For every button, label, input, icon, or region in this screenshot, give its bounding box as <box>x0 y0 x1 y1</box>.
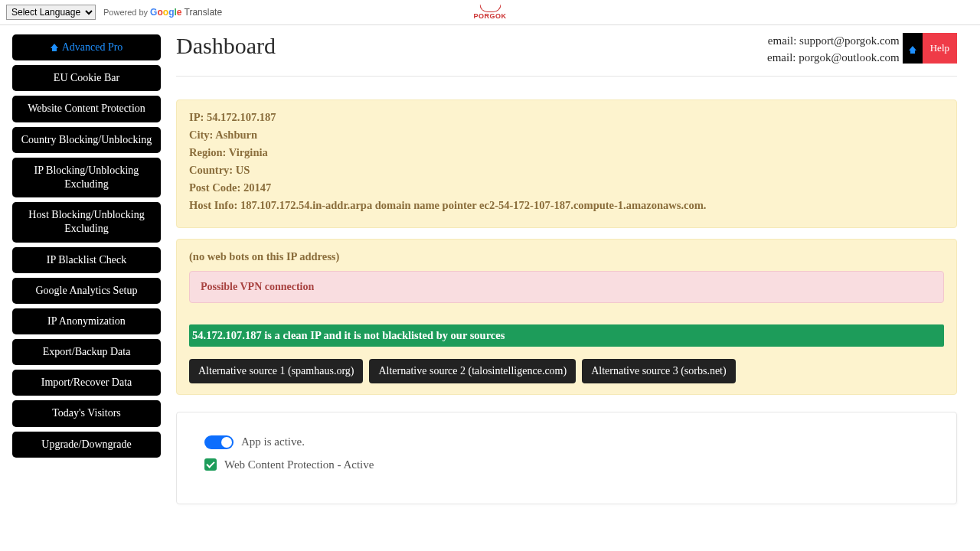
sidebar-item-visitors[interactable]: Today's Visitors <box>12 400 161 426</box>
topbar: Select Language Powered by Google Transl… <box>0 0 980 25</box>
sidebar-item-ip-blacklist[interactable]: IP Blacklist Check <box>12 247 161 273</box>
sidebar-item-advanced-pro[interactable]: Advanced Pro <box>12 34 161 60</box>
app-active-toggle[interactable] <box>204 435 234 449</box>
no-bots-label: (no web bots on this IP address) <box>189 250 944 263</box>
powered-by-label: Powered by Google Translate <box>103 7 222 18</box>
city-value: Ashburn <box>215 129 257 141</box>
home-icon <box>909 46 916 51</box>
app-active-label: App is active. <box>241 435 305 448</box>
region-label: Region: <box>189 146 229 158</box>
sidebar-item-export[interactable]: Export/Backup Data <box>12 339 161 365</box>
ip-info-card: IP: 54.172.107.187 City: Ashburn Region:… <box>176 99 957 228</box>
country-value: US <box>236 164 250 176</box>
brand-logo: PORGOK <box>473 5 506 20</box>
status-card: App is active. Web Content Protection - … <box>176 412 957 504</box>
email-outlook: email: porgok@outlook.com <box>767 50 900 67</box>
alt-source-2-button[interactable]: Alternative source 2 (talosintelligence.… <box>369 359 576 383</box>
hostinfo-label: Host Info: <box>189 199 240 211</box>
sidebar: Advanced Pro EU Cookie Bar Website Conte… <box>0 25 162 527</box>
wcp-checkbox[interactable] <box>204 458 217 471</box>
sidebar-item-content-protection[interactable]: Website Content Protection <box>12 96 161 122</box>
alt-source-1-button[interactable]: Alternative source 1 (spamhaus.org) <box>189 359 363 383</box>
sidebar-item-import[interactable]: Import/Recover Data <box>12 370 161 396</box>
city-label: City: <box>189 129 215 141</box>
ip-value: 54.172.107.187 <box>207 111 276 123</box>
ip-label: IP: <box>189 111 207 123</box>
sidebar-item-ga-setup[interactable]: Google Analytics Setup <box>12 278 161 304</box>
sidebar-item-ip-anon[interactable]: IP Anonymization <box>12 308 161 334</box>
bots-card: (no web bots on this IP address) Possibl… <box>176 239 957 395</box>
page-title: Dashboard <box>176 33 276 59</box>
language-select[interactable]: Select Language <box>6 5 96 20</box>
region-value: Virginia <box>229 146 268 158</box>
sidebar-item-eu-cookie[interactable]: EU Cookie Bar <box>12 65 161 91</box>
clean-ip-banner: 54.172.107.187 is a clean IP and it is n… <box>189 324 944 347</box>
sidebar-item-host-block[interactable]: Host Blocking/Unblocking Excluding <box>12 202 161 242</box>
google-logo: Google <box>150 7 181 18</box>
postcode-value: 20147 <box>243 181 271 194</box>
sidebar-item-upgrade[interactable]: Upgrade/Downgrade <box>12 432 161 458</box>
hostinfo-value: 187.107.172.54.in-addr.arpa domain name … <box>240 199 707 211</box>
contact-emails: email: support@porgok.com email: porgok@… <box>767 33 900 67</box>
email-support: email: support@porgok.com <box>767 33 900 50</box>
vpn-alert: Possible VPN connection <box>189 271 944 303</box>
country-label: Country: <box>189 164 236 176</box>
sidebar-item-country-block[interactable]: Country Blocking/Unblocking <box>12 127 161 153</box>
home-icon <box>51 44 58 48</box>
wcp-label: Web Content Protection - Active <box>224 458 374 471</box>
main-content: Dashboard email: support@porgok.com emai… <box>162 25 980 527</box>
sidebar-item-ip-block[interactable]: IP Blocking/Unblocking Excluding <box>12 158 161 197</box>
postcode-label: Post Code: <box>189 181 243 194</box>
alt-source-3-button[interactable]: Alternative source 3 (sorbs.net) <box>582 359 736 383</box>
help-button[interactable]: Help <box>923 33 957 64</box>
home-button[interactable] <box>903 33 923 64</box>
